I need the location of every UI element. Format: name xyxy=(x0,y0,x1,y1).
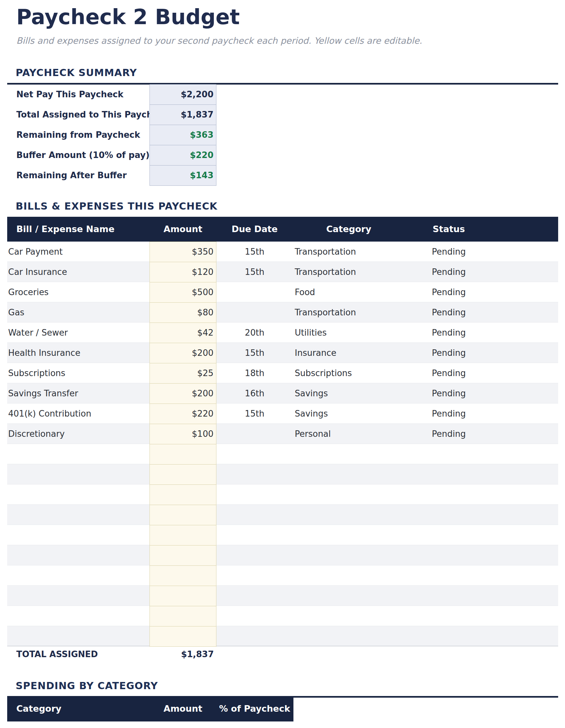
bill-amount-cell[interactable] xyxy=(149,586,216,606)
bill-amount-cell[interactable]: $25 xyxy=(149,363,216,384)
bill-amount-cell[interactable]: $42 xyxy=(149,323,216,343)
bill-status-cell: Pending xyxy=(405,383,493,404)
bill-amount-cell[interactable] xyxy=(149,484,216,505)
bill-status-cell: Pending xyxy=(405,363,493,383)
summary-row: Total Assigned to This Paycheck$1,837 xyxy=(7,104,558,125)
summary-row: Remaining After Buffer$143 xyxy=(7,165,558,185)
bill-amount-cell[interactable]: $350 xyxy=(149,242,216,262)
column-header-due-date: Due Date xyxy=(216,217,293,242)
summary-value-cell: $220 xyxy=(149,145,216,166)
bill-row: Car Payment$35015thTransportationPending xyxy=(7,242,558,262)
spending-column-pct: % of Paycheck xyxy=(216,696,293,721)
spending-table-header: Category Amount % of Paycheck xyxy=(7,696,293,721)
bill-amount-cell[interactable]: $80 xyxy=(149,302,216,323)
bill-row xyxy=(7,586,558,606)
bill-status-cell: Pending xyxy=(405,424,493,444)
bill-row xyxy=(7,444,558,464)
bills-table-body: Car Payment$35015thTransportationPending… xyxy=(7,242,558,646)
bill-row: Groceries$500FoodPending xyxy=(7,282,558,302)
bill-row: Subscriptions$2518thSubscriptionsPending xyxy=(7,363,558,383)
bill-row xyxy=(7,545,558,565)
bill-amount-cell[interactable]: $100 xyxy=(149,424,216,444)
page-title: Paycheck 2 Budget xyxy=(16,4,240,30)
bill-due-date-cell: 18th xyxy=(216,363,293,383)
column-header-category: Category xyxy=(293,217,405,242)
total-assigned-row: TOTAL ASSIGNED $1,837 xyxy=(7,649,558,660)
summary-value-cell: $1,837 xyxy=(149,104,216,125)
bill-category-cell: Personal xyxy=(295,424,331,444)
bill-name-cell: Savings Transfer xyxy=(8,383,78,404)
bill-row xyxy=(7,606,558,626)
summary-label: Remaining After Buffer xyxy=(16,165,149,185)
bill-category-cell: Food xyxy=(295,282,315,302)
bill-name-cell: Health Insurance xyxy=(8,343,80,363)
bill-status-cell: Pending xyxy=(405,242,493,262)
summary-value-cell: $143 xyxy=(149,165,216,186)
bill-amount-cell[interactable]: $500 xyxy=(149,282,216,303)
bill-status-cell: Pending xyxy=(405,404,493,424)
bill-row xyxy=(7,505,558,525)
bill-amount-cell[interactable] xyxy=(149,444,216,465)
bill-amount-cell[interactable]: $120 xyxy=(149,262,216,282)
bills-heading: BILLS & EXPENSES THIS PAYCHECK xyxy=(16,201,217,212)
bill-name-cell: Groceries xyxy=(8,282,49,302)
bill-row: 401(k) Contribution$22015thSavingsPendin… xyxy=(7,404,558,424)
bill-amount-cell[interactable] xyxy=(149,464,216,485)
column-header-amount: Amount xyxy=(149,217,216,242)
bill-name-cell: Water / Sewer xyxy=(8,323,68,343)
bill-due-date-cell: 15th xyxy=(216,404,293,424)
bill-amount-cell[interactable] xyxy=(149,545,216,566)
bill-name-cell: Subscriptions xyxy=(8,363,65,383)
bill-row xyxy=(7,565,558,586)
column-header-name: Bill / Expense Name xyxy=(16,217,115,242)
bill-name-cell: Car Insurance xyxy=(8,262,67,282)
bill-amount-cell[interactable]: $200 xyxy=(149,383,216,404)
bill-category-cell: Savings xyxy=(295,404,328,424)
bill-amount-cell[interactable]: $200 xyxy=(149,343,216,363)
bill-amount-cell[interactable] xyxy=(149,525,216,546)
bill-status-cell: Pending xyxy=(405,302,493,323)
summary-value-cell: $2,200 xyxy=(149,84,216,105)
bill-status-cell: Pending xyxy=(405,323,493,343)
bill-status-cell: Pending xyxy=(405,282,493,302)
summary-heading: PAYCHECK SUMMARY xyxy=(16,67,137,78)
summary-row: Remaining from Paycheck$363 xyxy=(7,125,558,145)
bill-name-cell: Car Payment xyxy=(8,242,63,262)
bill-category-cell: Savings xyxy=(295,383,328,404)
bill-category-cell: Transportation xyxy=(295,242,356,262)
bill-amount-cell[interactable] xyxy=(149,626,216,647)
bill-amount-cell[interactable] xyxy=(149,606,216,626)
bill-row xyxy=(7,484,558,505)
bills-table-header: Bill / Expense Name Amount Due Date Cate… xyxy=(7,217,558,242)
bill-amount-cell[interactable] xyxy=(149,505,216,525)
bill-row xyxy=(7,525,558,545)
bill-category-cell: Utilities xyxy=(295,323,327,343)
bill-row: Gas$80TransportationPending xyxy=(7,302,558,323)
bill-row: Discretionary$100PersonalPending xyxy=(7,424,558,444)
column-header-status: Status xyxy=(405,217,493,242)
bill-amount-cell[interactable] xyxy=(149,565,216,586)
bill-row xyxy=(7,464,558,484)
total-assigned-label: TOTAL ASSIGNED xyxy=(16,649,98,660)
bill-due-date-cell: 20th xyxy=(216,323,293,343)
bill-row xyxy=(7,626,558,646)
page-subtitle: Bills and expenses assigned to your seco… xyxy=(16,35,422,47)
bill-row: Health Insurance$20015thInsurancePending xyxy=(7,343,558,363)
summary-value-cell: $363 xyxy=(149,125,216,145)
bill-category-cell: Transportation xyxy=(295,262,356,282)
bill-amount-cell[interactable]: $220 xyxy=(149,404,216,424)
bill-name-cell: Discretionary xyxy=(8,424,65,444)
paycheck-summary-table: Net Pay This Paycheck$2,200Total Assigne… xyxy=(7,84,558,185)
bill-status-cell: Pending xyxy=(405,262,493,282)
bill-category-cell: Subscriptions xyxy=(295,363,352,383)
bill-due-date-cell: 15th xyxy=(216,343,293,363)
summary-label: Buffer Amount (10% of pay) xyxy=(16,145,149,165)
spending-column-amount: Amount xyxy=(149,696,216,721)
summary-row: Buffer Amount (10% of pay)$220 xyxy=(7,145,558,165)
total-assigned-value: $1,837 xyxy=(149,649,216,660)
bill-due-date-cell: 15th xyxy=(216,262,293,282)
bill-name-cell: Gas xyxy=(8,302,24,323)
bill-due-date-cell: 16th xyxy=(216,383,293,404)
spending-column-category: Category xyxy=(16,696,61,721)
bill-status-cell: Pending xyxy=(405,343,493,363)
